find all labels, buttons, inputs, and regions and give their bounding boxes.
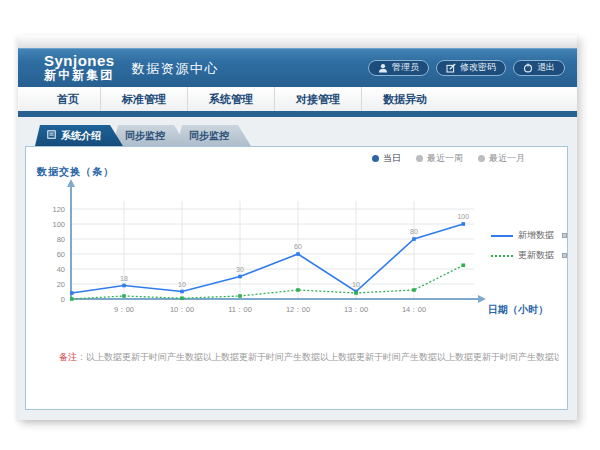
radio-dot-icon <box>478 155 485 162</box>
data-point-label: 100 <box>457 213 469 220</box>
data-point <box>70 297 74 301</box>
tab-sync-monitor-1-label: 同步监控 <box>125 129 165 143</box>
tab-sync-monitor-1[interactable]: 同步监控 <box>113 125 187 146</box>
x-tick-label: 12：00 <box>286 305 310 314</box>
tab-sync-monitor-2-label: 同步监控 <box>189 129 229 143</box>
brand-logo-primary: Synjones <box>44 53 115 70</box>
footnote-label: 备注 <box>59 352 77 362</box>
data-point <box>238 294 242 298</box>
data-point <box>70 291 74 295</box>
y-tick-label: 40 <box>57 265 65 274</box>
x-tick-label: 14：00 <box>402 305 426 314</box>
x-tick-label: 13：00 <box>344 305 368 314</box>
data-point-label: 80 <box>410 228 418 235</box>
series-line-0 <box>72 224 464 293</box>
chart-panel: 当日 最近一周 最近一月 数据交换（条） 0204060801001209：00… <box>25 146 568 410</box>
data-point <box>122 284 126 288</box>
range-option-last-month-label: 最近一月 <box>489 152 525 165</box>
x-tick-label: 11：00 <box>228 305 252 314</box>
data-point-label: 30 <box>236 266 244 273</box>
data-point <box>180 290 184 294</box>
nav-item-data-changes[interactable]: 数据异动 <box>362 87 448 111</box>
data-point <box>296 252 300 256</box>
logout-label: 退出 <box>537 61 555 74</box>
data-point <box>462 222 466 226</box>
x-axis-title: 日期（小时） <box>488 304 548 315</box>
app-window: Synjones 新中新集团 数据资源中心 管理员 修改密码 <box>18 35 577 420</box>
legend-extra-icon <box>562 253 567 258</box>
edit-icon <box>446 63 456 73</box>
nav-item-system[interactable]: 系统管理 <box>188 87 275 111</box>
y-tick-label: 80 <box>57 235 65 244</box>
data-point <box>412 288 416 292</box>
legend-item-new-data[interactable]: 新增数据 <box>491 229 567 242</box>
data-point-label: 10 <box>352 281 360 288</box>
range-option-last-week[interactable]: 最近一周 <box>416 152 463 165</box>
data-point <box>122 294 126 298</box>
y-axis-arrow-icon <box>67 179 75 187</box>
y-tick-label: 120 <box>52 205 65 214</box>
range-option-last-month[interactable]: 最近一月 <box>478 152 525 165</box>
nav-item-home[interactable]: 首页 <box>36 87 101 111</box>
data-point-label: 18 <box>120 275 128 282</box>
legend-extra-icon <box>562 233 567 238</box>
data-point-label: 10 <box>178 281 186 288</box>
data-point <box>354 291 358 295</box>
tab-sync-monitor-2[interactable]: 同步监控 <box>177 125 251 146</box>
range-option-last-week-label: 最近一周 <box>427 152 463 165</box>
data-point <box>296 288 300 292</box>
main-nav: 首页 标准管理 系统管理 对接管理 数据异动 <box>18 87 577 111</box>
brand-logo-secondary: 新中新集团 <box>44 69 115 82</box>
data-point <box>412 237 416 241</box>
legend-line-sample-dotted <box>491 255 513 257</box>
range-option-today[interactable]: 当日 <box>372 152 401 165</box>
range-option-today-label: 当日 <box>383 152 401 165</box>
nav-item-integration[interactable]: 对接管理 <box>275 87 362 111</box>
legend-line-sample-solid <box>491 235 513 237</box>
data-point <box>180 296 184 300</box>
y-tick-label: 100 <box>52 220 65 229</box>
data-point <box>462 263 466 267</box>
footnote: 备注：以上数据更新于时间产生数据以上数据更新于时间产生数据以上数据更新于时间产生… <box>59 352 559 364</box>
screen: Synjones 新中新集团 数据资源中心 管理员 修改密码 <box>0 0 600 450</box>
admin-user-label: 管理员 <box>392 61 419 74</box>
legend-item-update-data-label: 更新数据 <box>518 249 554 262</box>
y-tick-label: 0 <box>61 295 65 304</box>
app-header: Synjones 新中新集团 数据资源中心 管理员 修改密码 <box>18 48 577 87</box>
line-chart: 0204060801001209：0010：0011：0012：0013：001… <box>26 173 569 343</box>
nav-item-standards[interactable]: 标准管理 <box>101 87 188 111</box>
y-tick-label: 20 <box>57 280 65 289</box>
page-title: 数据资源中心 <box>132 58 219 78</box>
tab-system-intro-label: 系统介绍 <box>61 129 101 143</box>
x-axis-arrow-icon <box>478 295 486 303</box>
brand-logo: Synjones 新中新集团 <box>44 53 115 83</box>
tab-system-intro[interactable]: 系统介绍 <box>35 125 123 146</box>
content-area: 系统介绍 同步监控 同步监控 当日 最近一周 <box>18 117 577 420</box>
x-tick-label: 9：00 <box>114 305 134 314</box>
data-point <box>238 275 242 279</box>
tab-bar: 系统介绍 同步监控 同步监控 <box>35 125 241 146</box>
series-line-1 <box>72 265 464 299</box>
time-range-options: 当日 最近一周 最近一月 <box>372 152 525 165</box>
change-password-button[interactable]: 修改密码 <box>436 60 506 76</box>
admin-user-button[interactable]: 管理员 <box>368 60 429 76</box>
chart-legend: 新增数据 更新数据 <box>491 229 567 262</box>
power-icon <box>523 63 533 73</box>
x-tick-label: 10：00 <box>170 305 194 314</box>
change-password-label: 修改密码 <box>460 61 496 74</box>
radio-dot-icon <box>372 155 379 162</box>
y-tick-label: 60 <box>57 250 65 259</box>
legend-item-update-data[interactable]: 更新数据 <box>491 249 567 262</box>
data-point-label: 60 <box>294 243 302 250</box>
window-top-strip <box>18 35 577 48</box>
legend-item-new-data-label: 新增数据 <box>518 229 554 242</box>
radio-dot-icon <box>416 155 423 162</box>
logout-button[interactable]: 退出 <box>513 60 565 76</box>
document-icon <box>47 130 56 141</box>
user-icon <box>378 63 388 73</box>
user-menu: 管理员 修改密码 退出 <box>368 60 565 76</box>
footnote-text: ：以上数据更新于时间产生数据以上数据更新于时间产生数据以上数据更新于时间产生数据… <box>77 352 559 362</box>
